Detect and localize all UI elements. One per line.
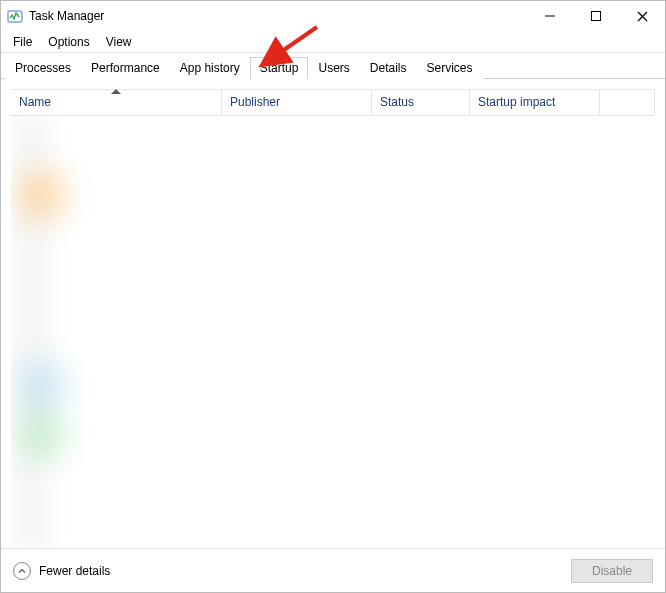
close-button[interactable] xyxy=(619,1,665,31)
window-title: Task Manager xyxy=(29,9,104,23)
column-headers: Name Publisher Status Startup impact xyxy=(11,89,655,115)
footer: Fewer details Disable xyxy=(1,548,665,592)
column-header-name[interactable]: Name xyxy=(11,90,221,116)
tab-startup[interactable]: Startup xyxy=(250,57,309,79)
content-area: Name Publisher Status Startup impact xyxy=(1,79,665,548)
column-header-impact-label: Startup impact xyxy=(478,95,555,109)
menubar: File Options View xyxy=(1,31,665,53)
maximize-button[interactable] xyxy=(573,1,619,31)
column-header-publisher-label: Publisher xyxy=(230,95,280,109)
tab-app-history[interactable]: App history xyxy=(170,57,250,79)
tabbar: Processes Performance App history Startu… xyxy=(1,53,665,79)
fewer-details-button[interactable]: Fewer details xyxy=(13,562,110,580)
task-manager-window: Task Manager File Options View Processes… xyxy=(0,0,666,593)
column-header-status[interactable]: Status xyxy=(371,90,469,116)
menu-options[interactable]: Options xyxy=(40,33,97,51)
column-header-publisher[interactable]: Publisher xyxy=(221,90,371,116)
svg-line-4 xyxy=(638,12,647,21)
menu-file[interactable]: File xyxy=(5,33,40,51)
sort-ascending-icon xyxy=(111,89,121,94)
titlebar: Task Manager xyxy=(1,1,665,31)
svg-rect-2 xyxy=(592,12,601,21)
svg-line-3 xyxy=(638,12,647,21)
disable-button[interactable]: Disable xyxy=(571,559,653,583)
chevron-up-icon xyxy=(13,562,31,580)
tab-services[interactable]: Services xyxy=(417,57,483,79)
menu-view[interactable]: View xyxy=(98,33,140,51)
column-header-filler xyxy=(599,90,654,116)
column-header-name-label: Name xyxy=(19,95,51,109)
tab-details[interactable]: Details xyxy=(360,57,417,79)
blurred-content xyxy=(11,115,655,548)
column-header-startup-impact[interactable]: Startup impact xyxy=(469,90,599,116)
minimize-button[interactable] xyxy=(527,1,573,31)
startup-list-body[interactable] xyxy=(11,115,655,548)
tab-users[interactable]: Users xyxy=(308,57,359,79)
task-manager-icon xyxy=(7,8,23,24)
tab-performance[interactable]: Performance xyxy=(81,57,170,79)
column-header-status-label: Status xyxy=(380,95,414,109)
fewer-details-label: Fewer details xyxy=(39,564,110,578)
tab-processes[interactable]: Processes xyxy=(5,57,81,79)
